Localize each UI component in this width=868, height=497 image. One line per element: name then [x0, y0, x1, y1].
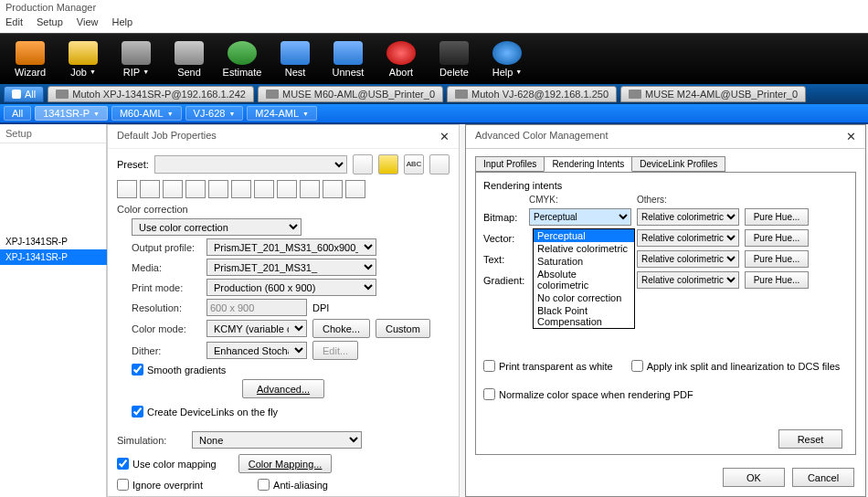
cat-icon[interactable] [277, 180, 297, 198]
color-mapping-button[interactable]: Color Mapping... [238, 454, 333, 473]
cat-icon[interactable] [163, 180, 183, 198]
menu-help[interactable]: Help [112, 16, 133, 27]
cat-icon[interactable] [185, 180, 206, 198]
delete-button[interactable]: Delete [428, 41, 481, 78]
gradient-pure-hue-button[interactable]: Pure Hue... [745, 271, 809, 289]
printer-tab-1[interactable]: Mutoh XPJ-1341SR-P@192.168.1.242 [48, 86, 254, 102]
tab-rendering-intents[interactable]: Rendering Intents [544, 156, 632, 172]
abort-button[interactable]: Abort [375, 41, 428, 78]
bitmap-others-select[interactable]: Relative colorimetric [637, 208, 739, 226]
custom-button[interactable]: Custom [376, 319, 430, 338]
menubar: Edit Setup View Help [0, 16, 868, 33]
bitmap-cmyk-dropdown-list[interactable]: Perceptual Relative colorimetric Saturat… [533, 228, 635, 329]
cancel-button[interactable]: Cancel [792, 468, 854, 487]
text-others-select[interactable]: Relative colorimetric [637, 250, 739, 268]
apply-ink-split-checkbox[interactable] [631, 360, 643, 372]
dropdown-option[interactable]: Black Point Compensation [534, 304, 634, 328]
job-tab-1[interactable]: 1341SR-P▼ [35, 106, 108, 121]
cat-icon[interactable] [345, 180, 365, 198]
text-pure-hue-button[interactable]: Pure Hue... [745, 250, 809, 268]
media-label: Media: [132, 262, 201, 273]
vector-others-select[interactable]: Relative colorimetric [637, 229, 739, 247]
anti-aliasing-label: Anti-aliasing [273, 480, 328, 491]
cat-icon[interactable] [140, 180, 160, 198]
preset-select[interactable] [154, 155, 347, 174]
smooth-gradients-checkbox[interactable] [132, 364, 143, 375]
rip-button[interactable]: RIP▼ [110, 41, 163, 78]
dropdown-option[interactable]: No color correction [534, 291, 634, 304]
dropdown-option[interactable]: Saturation [534, 255, 634, 268]
menu-setup[interactable]: Setup [37, 16, 63, 27]
tab-devicelink-profiles[interactable]: DeviceLink Profiles [631, 156, 725, 172]
unnest-button[interactable]: Unnest [322, 41, 375, 78]
printer-tab-4[interactable]: MUSE M24-AML@USB_Printer_0 [620, 86, 806, 102]
simulation-select[interactable]: None [192, 431, 362, 449]
delete-preset-icon[interactable] [429, 154, 450, 174]
anti-aliasing-checkbox[interactable] [258, 479, 270, 491]
nest-button[interactable]: Nest [269, 41, 322, 78]
dither-label: Dither: [132, 345, 201, 356]
save-as-preset-icon[interactable] [378, 154, 398, 174]
save-preset-icon[interactable] [353, 154, 373, 174]
cat-icon[interactable] [254, 180, 274, 198]
cat-icon[interactable] [300, 180, 320, 198]
preset-label: Preset: [117, 159, 149, 170]
dropdown-option[interactable]: Absolute colorimetric [534, 268, 634, 291]
job-list: XPJ-1341SR-P XPJ-1341SR-P [0, 234, 107, 265]
print-transparent-checkbox[interactable] [483, 360, 495, 372]
close-icon[interactable]: ✕ [846, 130, 856, 143]
bitmap-label: Bitmap: [483, 212, 524, 223]
cat-icon[interactable] [231, 180, 251, 198]
choke-button[interactable]: Choke... [312, 319, 370, 338]
others-header: Others: [637, 195, 739, 205]
menu-edit[interactable]: Edit [5, 16, 23, 27]
gradient-others-select[interactable]: Relative colorimetric [637, 271, 739, 289]
print-mode-select[interactable]: Production (600 x 900) [206, 279, 376, 296]
rendering-intents-section: Rendering intents [483, 180, 848, 191]
use-color-correction-select[interactable]: Use color correction [132, 218, 302, 236]
vector-pure-hue-button[interactable]: Pure Hue... [745, 229, 809, 247]
cat-icon[interactable] [208, 180, 228, 198]
advanced-button[interactable]: Advanced... [242, 379, 324, 398]
help-button[interactable]: Help▼ [481, 41, 534, 78]
job-row[interactable]: XPJ-1341SR-P [0, 234, 107, 249]
job-tab-4[interactable]: M24-AML▼ [247, 106, 317, 121]
close-icon[interactable]: ✕ [439, 130, 450, 143]
reset-button[interactable]: Reset [778, 429, 842, 449]
ignore-overprint-checkbox[interactable] [117, 479, 129, 491]
color-correction-section: Color correction [117, 204, 450, 215]
normalize-checkbox[interactable] [483, 388, 495, 400]
bitmap-cmyk-select[interactable]: Perceptual [529, 208, 631, 226]
output-profile-select[interactable]: PrismJET_201_MS31_600x900_Production [206, 238, 376, 256]
color-mode-select[interactable]: KCMY (variable dot) [206, 320, 307, 337]
printer-tab-all[interactable]: All [4, 86, 44, 102]
job-tab-all[interactable]: All [4, 106, 31, 121]
dither-select[interactable]: Enhanced Stochastic 2 [206, 342, 307, 359]
job-tab-2[interactable]: M60-AML▼ [111, 106, 182, 121]
menu-view[interactable]: View [77, 16, 99, 27]
job-row[interactable]: XPJ-1341SR-P [0, 249, 107, 265]
bitmap-pure-hue-button[interactable]: Pure Hue... [745, 208, 809, 226]
use-color-mapping-checkbox[interactable] [117, 458, 129, 470]
printer-tab-2[interactable]: MUSE M60-AML@USB_Printer_0 [258, 86, 443, 102]
setup-header: Setup [0, 124, 106, 143]
cat-icon[interactable] [117, 180, 137, 198]
create-devicelinks-checkbox[interactable] [132, 406, 143, 418]
cat-icon[interactable] [323, 180, 343, 198]
ok-button[interactable]: OK [723, 468, 785, 487]
dropdown-option[interactable]: Relative colorimetric [534, 242, 634, 255]
resolution-field [206, 299, 307, 316]
media-select[interactable]: PrismJET_201_MS31_ [206, 259, 376, 276]
edit-dither-button[interactable]: Edit... [312, 341, 358, 360]
tab-input-profiles[interactable]: Input Profiles [475, 156, 545, 172]
abc-icon[interactable]: ABC [404, 154, 424, 174]
dropdown-option[interactable]: Perceptual [534, 229, 634, 242]
wizard-button[interactable]: Wizard [4, 41, 57, 78]
ignore-overprint-label: Ignore overprint [132, 480, 203, 491]
dialog-title: Default Job Properties [117, 130, 217, 143]
estimate-button[interactable]: Estimate [216, 41, 269, 78]
job-tab-3[interactable]: VJ-628▼ [185, 106, 244, 121]
printer-tab-3[interactable]: Mutoh VJ-628@192.168.1.250 [447, 86, 617, 102]
send-button[interactable]: Send [163, 41, 216, 78]
job-button[interactable]: Job▼ [57, 41, 110, 78]
